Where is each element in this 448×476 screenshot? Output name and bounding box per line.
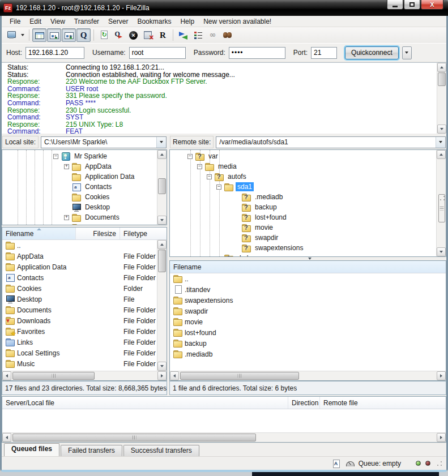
menu-view[interactable]: View: [46, 16, 70, 27]
scroll-right-arrow[interactable]: [437, 433, 446, 442]
scroll-thumb[interactable]: [438, 194, 445, 222]
tree-item[interactable]: ?swapdir: [170, 233, 446, 243]
tab-queued-files[interactable]: Queued files: [4, 443, 59, 456]
tree-item[interactable]: +AppData: [2, 161, 167, 171]
scroll-thumb[interactable]: [12, 434, 256, 441]
scroll-down-arrow[interactable]: [437, 125, 446, 134]
refresh-button[interactable]: [97, 28, 111, 42]
column-header-server-local-file[interactable]: Server/Local file: [2, 397, 288, 409]
scroll-thumb[interactable]: [180, 372, 299, 380]
tree-item[interactable]: −?autofs: [170, 171, 446, 182]
tree-item[interactable]: ?swapextensions: [170, 243, 446, 253]
local-tree[interactable]: −Mr Sparkle +AppData Application Data Co…: [2, 149, 167, 225]
file-row[interactable]: .titandev: [170, 284, 446, 295]
combo-arrow[interactable]: [436, 137, 445, 148]
scroll-right-arrow[interactable]: [157, 371, 167, 380]
file-row[interactable]: backup: [170, 338, 446, 349]
scroll-thumb[interactable]: [158, 178, 166, 194]
combo-arrow[interactable]: [156, 137, 166, 148]
scroll-up-arrow[interactable]: [157, 240, 167, 249]
queue-hscrollbar[interactable]: [2, 432, 446, 442]
remote-path-combo[interactable]: /var/media/autofs/sda1: [216, 136, 446, 148]
column-header-remote-file[interactable]: Remote file: [320, 397, 446, 409]
local-list-scrollbar[interactable]: [157, 240, 167, 371]
port-input[interactable]: [311, 47, 337, 59]
process-queue-button[interactable]: [112, 28, 126, 42]
scroll-left-arrow[interactable]: [170, 371, 179, 380]
file-row[interactable]: movie: [170, 316, 446, 327]
queue-body[interactable]: [2, 409, 446, 432]
file-row[interactable]: lost+found: [170, 327, 446, 338]
file-row[interactable]: DocumentsFile Folder: [2, 305, 167, 315]
scroll-down-arrow[interactable]: [437, 247, 446, 256]
scroll-thumb[interactable]: [12, 372, 95, 380]
file-row[interactable]: CookiesFolder: [2, 283, 167, 294]
minimize-button[interactable]: [387, 0, 403, 10]
tree-item-selected[interactable]: −sda1: [170, 182, 446, 192]
disconnect-button[interactable]: [141, 28, 155, 42]
remote-tree-scrollbar[interactable]: [436, 150, 446, 256]
find-files-button[interactable]: [220, 28, 234, 42]
transfer-queue[interactable]: Server/Local file Direction Remote file: [2, 396, 446, 443]
tree-item[interactable]: ?lost+found: [170, 212, 446, 222]
file-row[interactable]: ▼DownloadsFile Folder: [2, 315, 167, 326]
column-header-filename[interactable]: Filename: [2, 228, 76, 239]
tree-item[interactable]: +Documents: [2, 212, 167, 222]
site-manager-button[interactable]: [4, 28, 18, 42]
close-button[interactable]: X: [421, 0, 443, 10]
menu-edit[interactable]: Edit: [25, 16, 46, 27]
remote-tree[interactable]: −?var −media −?autofs −sda1 ?.mediadb ?b…: [169, 149, 446, 257]
scroll-right-arrow[interactable]: [437, 371, 446, 380]
tree-item[interactable]: ?dvd: [170, 253, 446, 257]
scroll-down-arrow[interactable]: [157, 362, 167, 371]
column-header-filename[interactable]: Filename: [170, 261, 446, 273]
local-file-list[interactable]: Filename Filesize Filetype .. AppDataFil…: [2, 227, 167, 381]
directory-comparison-button[interactable]: [176, 28, 190, 42]
file-row[interactable]: LinksFile Folder: [2, 337, 167, 348]
menu-new-version[interactable]: New version available!: [199, 16, 276, 27]
remote-list-hscrollbar[interactable]: [170, 371, 446, 380]
tree-item[interactable]: +▼Downloads: [2, 222, 167, 225]
tree-item[interactable]: ?movie: [170, 222, 446, 233]
tree-item[interactable]: Application Data: [2, 171, 167, 182]
maximize-button[interactable]: [404, 0, 420, 10]
menu-bookmarks[interactable]: Bookmarks: [133, 16, 176, 27]
tree-item[interactable]: Cookies: [2, 192, 167, 202]
remote-file-list[interactable]: Filename .. .titandev swapextensions swa…: [169, 260, 446, 381]
menu-transfer[interactable]: Transfer: [70, 16, 104, 27]
menu-file[interactable]: File: [5, 16, 25, 27]
file-row[interactable]: ..: [2, 240, 167, 251]
tree-item[interactable]: Desktop: [2, 202, 167, 212]
column-header-filetype[interactable]: Filetype: [120, 228, 156, 239]
tree-item[interactable]: −?var: [170, 151, 446, 161]
tree-item[interactable]: ?.mediadb: [170, 192, 446, 202]
reconnect-button[interactable]: R: [156, 28, 170, 42]
resize-grip[interactable]: [436, 460, 443, 467]
local-tree-scrollbar[interactable]: [157, 150, 167, 225]
host-input[interactable]: [25, 47, 84, 59]
scroll-thumb[interactable]: [158, 250, 166, 272]
local-list-hscrollbar[interactable]: [2, 371, 167, 380]
password-input[interactable]: [229, 47, 285, 59]
menu-help[interactable]: Help: [176, 16, 199, 27]
toggle-message-log-button[interactable]: [32, 28, 46, 42]
local-path-combo[interactable]: C:\Users\Mr Sparkle\: [41, 136, 167, 148]
scroll-left-arrow[interactable]: [2, 433, 11, 442]
cancel-operation-button[interactable]: [126, 28, 140, 42]
file-row[interactable]: Application DataFile Folder: [2, 261, 167, 272]
toggle-remote-tree-button[interactable]: [62, 28, 76, 42]
toggle-queue-button[interactable]: Q: [76, 28, 91, 42]
tree-item[interactable]: Contacts: [2, 182, 167, 192]
scroll-up-arrow[interactable]: [157, 150, 167, 159]
tree-item[interactable]: −media: [170, 161, 446, 171]
scroll-up-arrow[interactable]: [437, 63, 446, 72]
toggle-local-tree-button[interactable]: [47, 28, 61, 42]
file-row[interactable]: MusicFile Folder: [2, 358, 167, 369]
file-row[interactable]: ★FavoritesFile Folder: [2, 326, 167, 337]
username-input[interactable]: [129, 47, 186, 59]
file-row[interactable]: Local SettingsFile Folder: [2, 348, 167, 358]
tab-failed-transfers[interactable]: Failed transfers: [61, 445, 122, 456]
tab-successful-transfers[interactable]: Successful transfers: [123, 445, 199, 456]
file-row[interactable]: swapdir: [170, 306, 446, 316]
site-manager-dropdown[interactable]: [19, 28, 26, 42]
